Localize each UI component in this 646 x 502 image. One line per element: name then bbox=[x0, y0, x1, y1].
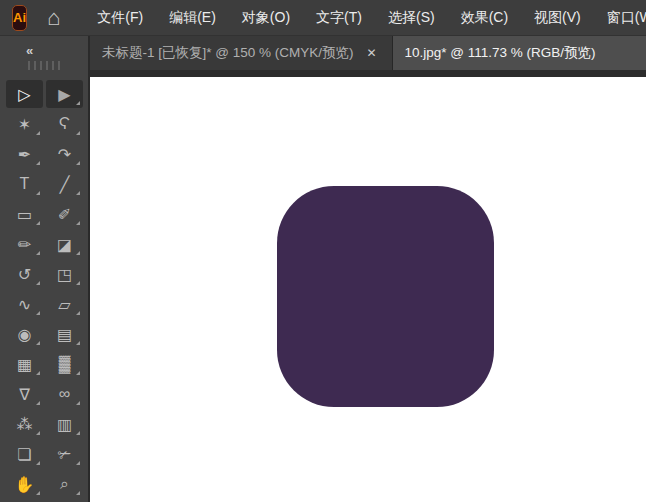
column-graph-tool[interactable]: ▥ bbox=[46, 410, 83, 438]
menu-item-view[interactable]: 视图(V) bbox=[521, 0, 594, 35]
menu-items: 文件(F)编辑(E)对象(O)文字(T)选择(S)效果(C)视图(V)窗口(W) bbox=[84, 0, 646, 35]
home-icon[interactable]: ⌂ bbox=[47, 7, 60, 29]
curvature-tool[interactable]: ↷ bbox=[46, 140, 83, 168]
menu-item-edit[interactable]: 编辑(E) bbox=[156, 0, 229, 35]
width-tool[interactable]: ∿ bbox=[6, 290, 43, 318]
artboard-tool[interactable]: ❏ bbox=[6, 440, 43, 468]
tool-grid: ▷▶✶Ϛ✒↷T╱▭✐✏◪↺◳∿▱◉▤▦▓∇∞⁂▥❏✃✋⌕ bbox=[0, 80, 88, 500]
menu-item-type[interactable]: 文字(T) bbox=[303, 0, 375, 35]
menu-bar: Ai ⌂ 文件(F)编辑(E)对象(O)文字(T)选择(S)效果(C)视图(V)… bbox=[0, 0, 646, 36]
tab-bar-underline bbox=[90, 70, 646, 77]
eyedropper-tool[interactable]: ∇ bbox=[6, 380, 43, 408]
rectangle-tool[interactable]: ▭ bbox=[6, 200, 43, 228]
eraser-tool[interactable]: ◪ bbox=[46, 230, 83, 258]
shape-builder-tool[interactable]: ◉ bbox=[6, 320, 43, 348]
tab-document-1[interactable]: 未标题-1 [已恢复]* @ 150 % (CMYK/预览)✕ bbox=[90, 36, 393, 70]
line-segment-tool[interactable]: ╱ bbox=[46, 170, 83, 198]
main-area: « ▷▶✶Ϛ✒↷T╱▭✐✏◪↺◳∿▱◉▤▦▓∇∞⁂▥❏✃✋⌕ 未标题-1 [已恢… bbox=[0, 36, 646, 502]
document-area: 未标题-1 [已恢复]* @ 150 % (CMYK/预览)✕10.jpg* @… bbox=[90, 36, 646, 502]
menu-item-object[interactable]: 对象(O) bbox=[229, 0, 303, 35]
tools-panel-header: « bbox=[0, 36, 88, 56]
rounded-square-artwork[interactable] bbox=[277, 186, 494, 407]
tab-document-2[interactable]: 10.jpg* @ 111.73 % (RGB/预览) bbox=[393, 36, 646, 70]
direct-selection-tool[interactable]: ▶ bbox=[46, 80, 83, 108]
document-tab-bar: 未标题-1 [已恢复]* @ 150 % (CMYK/预览)✕10.jpg* @… bbox=[90, 36, 646, 70]
type-tool[interactable]: T bbox=[6, 170, 43, 198]
pencil-tool[interactable]: ✏ bbox=[6, 230, 43, 258]
slice-tool[interactable]: ✃ bbox=[46, 440, 83, 468]
blend-tool[interactable]: ∞ bbox=[46, 380, 83, 408]
magic-wand-tool[interactable]: ✶ bbox=[6, 110, 43, 138]
canvas[interactable] bbox=[90, 77, 646, 502]
zoom-tool[interactable]: ⌕ bbox=[46, 470, 83, 498]
menu-item-file[interactable]: 文件(F) bbox=[84, 0, 156, 35]
selection-tool[interactable]: ▷ bbox=[6, 80, 43, 108]
illustrator-window: Ai ⌂ 文件(F)编辑(E)对象(O)文字(T)选择(S)效果(C)视图(V)… bbox=[0, 0, 646, 502]
rotate-tool[interactable]: ↺ bbox=[6, 260, 43, 288]
collapse-panel-icon[interactable]: « bbox=[26, 43, 32, 58]
tab-close-icon[interactable]: ✕ bbox=[364, 44, 380, 62]
panel-drag-handle[interactable] bbox=[0, 61, 88, 71]
menu-item-window[interactable]: 窗口(W) bbox=[594, 0, 646, 35]
app-logo[interactable]: Ai bbox=[12, 5, 27, 31]
paintbrush-tool[interactable]: ✐ bbox=[46, 200, 83, 228]
mesh-tool[interactable]: ▦ bbox=[6, 350, 43, 378]
lasso-tool[interactable]: Ϛ bbox=[46, 110, 83, 138]
hand-tool[interactable]: ✋ bbox=[6, 470, 43, 498]
gradient-tool[interactable]: ▓ bbox=[46, 350, 83, 378]
tab-title: 未标题-1 [已恢复]* @ 150 % (CMYK/预览) bbox=[102, 44, 354, 62]
free-transform-tool[interactable]: ▱ bbox=[46, 290, 83, 318]
menu-item-effect[interactable]: 效果(C) bbox=[448, 0, 521, 35]
perspective-grid-tool[interactable]: ▤ bbox=[46, 320, 83, 348]
tab-title: 10.jpg* @ 111.73 % (RGB/预览) bbox=[405, 44, 596, 62]
scale-tool[interactable]: ◳ bbox=[46, 260, 83, 288]
tools-panel: « ▷▶✶Ϛ✒↷T╱▭✐✏◪↺◳∿▱◉▤▦▓∇∞⁂▥❏✃✋⌕ bbox=[0, 36, 90, 502]
pen-tool[interactable]: ✒ bbox=[6, 140, 43, 168]
menu-item-select[interactable]: 选择(S) bbox=[375, 0, 448, 35]
symbol-sprayer-tool[interactable]: ⁂ bbox=[6, 410, 43, 438]
